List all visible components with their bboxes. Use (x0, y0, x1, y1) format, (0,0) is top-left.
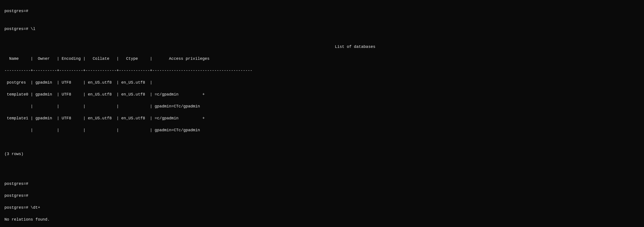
db-row-postgres: postgres | gpadmin | UTF8 | en_US.utf8 |… (4, 80, 640, 86)
prompt-line-3: postgres=# (4, 181, 640, 187)
db-table-title: List of databases (4, 44, 640, 50)
db-table-footer: (3 rows) (4, 151, 640, 157)
prompt-line-2: postgres=# \l (4, 27, 35, 31)
db-row-template0-1: template0 | gpadmin | UTF8 | en_US.utf8 … (4, 92, 640, 97)
prompt-dt: postgres=# \dt+ (4, 205, 640, 211)
db-row-template0-2: | | | | | gpadmin=CTc/gpadmin (4, 103, 640, 109)
prompt-line-4: postgres=# (4, 193, 640, 199)
db-table-divider: -----------+----------+----------+------… (4, 68, 640, 74)
no-relations: No relations found. (4, 217, 640, 223)
db-row-template1-2: | | | | | gpadmin=CTc/gpadmin (4, 127, 640, 133)
terminal-window: postgres=# postgres=# \l List of databas… (4, 2, 640, 227)
db-table-header: Name | Owner | Encoding | Collate | Ctyp… (4, 56, 640, 62)
db-row-template1-1: template1 | gpadmin | UTF8 | en_US.utf8 … (4, 115, 640, 121)
prompt-line-1: postgres=# (4, 9, 28, 13)
